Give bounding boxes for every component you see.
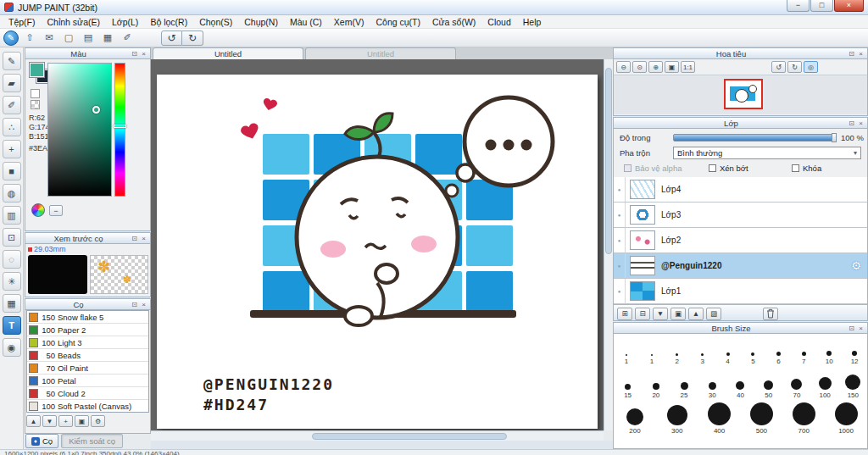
horizontal-scrollbar[interactable] — [151, 430, 604, 441]
layer-row[interactable]: ●Lớp4 — [614, 177, 867, 203]
vertical-scrollbar-thumb[interactable] — [605, 68, 612, 254]
popout-icon[interactable]: ⊡ — [130, 234, 139, 243]
airbrush-tool-button[interactable]: ∴ — [3, 118, 21, 136]
brush-item[interactable]: 100Paper 2 — [27, 324, 148, 336]
layer-visibility-icon[interactable]: ● — [614, 279, 626, 303]
menu-item[interactable]: Xem(V) — [328, 17, 370, 27]
zoom-in-button[interactable]: ⊕ — [648, 61, 663, 73]
white-swatch[interactable] — [31, 89, 40, 98]
workspace-icon[interactable]: ▤ — [80, 31, 97, 46]
brush-size-option[interactable]: 400 — [698, 400, 741, 436]
brush-size-option[interactable]: 15 — [614, 366, 642, 400]
eraser-tool-button[interactable]: ▰ — [3, 74, 21, 92]
marker-tool-button[interactable]: ✐ — [3, 96, 21, 114]
brush-size-option[interactable]: 20 — [642, 366, 670, 400]
brush-settings-button[interactable]: ⚙ — [91, 415, 105, 427]
document-tab[interactable]: Untitled — [153, 47, 303, 59]
merge-down-button[interactable]: ▼ — [653, 308, 668, 320]
save-icon[interactable]: ⇧ — [21, 31, 38, 46]
magic-wand-tool-button[interactable]: ✳ — [3, 272, 21, 291]
foreground-color-swatch[interactable] — [30, 63, 44, 77]
layer-visibility-icon[interactable]: ● — [614, 177, 626, 202]
reset-rotation-button[interactable]: ◎ — [804, 61, 818, 73]
close-panel-icon[interactable]: × — [856, 324, 865, 333]
brush-size-option[interactable]: 1 — [639, 334, 665, 366]
delete-layer-button[interactable] — [763, 308, 778, 320]
popout-icon[interactable]: ⊡ — [847, 324, 856, 333]
brush-size-option[interactable]: 300 — [656, 400, 698, 436]
menu-item[interactable]: Chỉnh sửa(E) — [42, 17, 106, 27]
menu-item[interactable]: Bộ lọc(R) — [144, 17, 193, 27]
move-tool-button[interactable]: + — [3, 140, 21, 158]
brush-folder-button[interactable]: ▣ — [75, 415, 89, 427]
menu-item[interactable]: Tệp(F) — [3, 17, 42, 27]
select-tool-button[interactable]: ⊡ — [3, 228, 21, 247]
rotate-left-button[interactable]: ↺ — [771, 61, 786, 73]
close-panel-icon[interactable]: × — [139, 49, 148, 58]
add-brush-button[interactable]: + — [58, 415, 73, 427]
move-layer-up-button[interactable]: ▲ — [688, 308, 704, 320]
navigator-thumbnail[interactable] — [724, 79, 763, 109]
display-icon[interactable]: ▢ — [60, 31, 77, 46]
brush-tab-button[interactable]: Cọ — [25, 434, 58, 448]
brush-item[interactable]: 50Cloud 2 — [27, 387, 148, 400]
brush-item[interactable]: 100Light 3 — [27, 336, 148, 349]
layer-settings-gear-icon[interactable]: ⚙ — [851, 259, 861, 272]
maximize-button[interactable]: □ — [810, 0, 833, 12]
layer-row[interactable]: ●Lớp2 — [614, 228, 867, 253]
saturation-value-picker[interactable] — [47, 63, 112, 197]
popout-icon[interactable]: ⊡ — [130, 300, 139, 309]
menu-item[interactable]: Lớp(L) — [106, 17, 144, 27]
brush-size-option[interactable]: 1000 — [825, 400, 867, 436]
fit-window-button[interactable]: ▣ — [665, 61, 679, 73]
brush-size-option[interactable]: 12 — [842, 334, 867, 366]
drawing-canvas[interactable]: @PENGUIN1220 #HD247 — [157, 75, 598, 429]
palette-icon[interactable] — [31, 203, 45, 217]
menu-item[interactable]: Cloud — [481, 17, 516, 27]
brush-control-button[interactable]: Kiểm soát cọ — [61, 434, 123, 448]
brush-size-option[interactable]: 100 — [811, 366, 839, 400]
undo-button[interactable]: ↺ — [161, 31, 182, 46]
comment-icon[interactable]: ✉ — [41, 31, 58, 46]
brush-size-option[interactable]: 150 — [839, 366, 867, 400]
brush-size-option[interactable]: 1 — [614, 334, 639, 366]
menu-item[interactable]: Màu (C) — [284, 17, 328, 27]
canvas-workspace[interactable]: @PENGUIN1220 #HD247 — [151, 59, 604, 430]
redo-button[interactable]: ↻ — [182, 31, 203, 46]
grid-icon[interactable]: ▦ — [99, 31, 116, 46]
close-panel-icon[interactable]: × — [139, 234, 148, 243]
horizontal-scrollbar-thumb[interactable] — [312, 433, 507, 440]
brush-size-option[interactable]: 25 — [670, 366, 698, 400]
brush-size-option[interactable]: 7 — [791, 334, 816, 366]
layer-folder-button[interactable]: ▣ — [670, 308, 686, 320]
menu-item[interactable]: Help — [517, 17, 548, 27]
brush-size-option[interactable]: 10 — [816, 334, 842, 366]
brush-size-option[interactable]: 700 — [782, 400, 825, 436]
minimize-button[interactable]: − — [787, 0, 810, 12]
brush-item[interactable]: 100Petal — [27, 375, 148, 387]
duplicate-layer-button[interactable]: ⊟ — [635, 308, 650, 320]
text-tool-button[interactable]: T — [3, 316, 21, 335]
actual-size-button[interactable]: 1:1 — [681, 61, 695, 73]
brush-size-option[interactable]: 50 — [754, 366, 782, 400]
blend-mode-select[interactable]: Bình thường ▾ — [673, 147, 861, 159]
popout-icon[interactable]: ⊡ — [130, 49, 139, 58]
opacity-slider-handle[interactable] — [832, 133, 837, 142]
brush-prev-button[interactable]: ▲ — [26, 415, 41, 427]
brush-item[interactable]: 70Oil Paint — [27, 362, 148, 375]
popout-icon[interactable]: ⊡ — [847, 49, 856, 58]
menu-item[interactable]: Chọn(S) — [193, 17, 238, 27]
brush-size-option[interactable]: 2 — [665, 334, 690, 366]
menu-item[interactable]: Chụp(N) — [238, 17, 284, 27]
brush-size-option[interactable]: 500 — [740, 400, 782, 436]
lasso-tool-button[interactable]: ◌ — [3, 250, 21, 269]
brush-size-option[interactable]: 200 — [614, 400, 656, 436]
close-panel-icon[interactable]: × — [856, 119, 865, 128]
layer-visibility-icon[interactable]: ● — [614, 203, 626, 227]
collapse-button[interactable]: − — [49, 205, 63, 216]
brush-next-button[interactable]: ▼ — [42, 415, 57, 427]
layer-row[interactable]: ●@Penguin1220⚙ — [614, 253, 867, 279]
brush-item[interactable]: 150Snow flake 5 — [27, 311, 148, 324]
pen-tool-button[interactable]: ✎ — [3, 52, 21, 70]
menu-item[interactable]: Công cụ(T) — [370, 17, 426, 27]
